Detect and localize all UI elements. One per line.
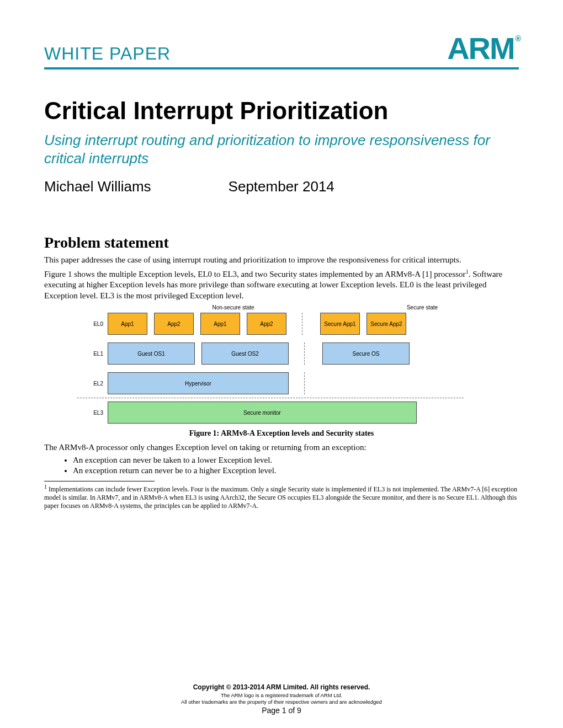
page-title: Critical Interrupt Prioritization (44, 97, 519, 125)
app-box: App1 (108, 313, 147, 335)
text: Figure 1 shows the multiple Exception le… (44, 270, 466, 279)
hypervisor-box: Hypervisor (108, 372, 289, 394)
author: Michael Williams (44, 178, 151, 195)
date: September 2014 (229, 178, 334, 195)
nonsecure-label: Non-secure state (108, 304, 359, 311)
copyright: Copyright © 2013-2014 ARM Limited. All r… (44, 683, 519, 691)
secure-os-box: Secure OS (322, 342, 410, 365)
row-label-el3: EL3 (77, 402, 108, 424)
footnote: 1 Implementations can include fewer Exce… (44, 484, 519, 510)
secure-app-box: Secure App2 (367, 313, 406, 335)
arm-logo: ARM® (447, 33, 519, 64)
trademark-line: All other trademarks are the property of… (44, 699, 519, 705)
row-label-el2: EL2 (77, 372, 108, 394)
app-box: App2 (154, 313, 194, 335)
section-heading: Problem statement (44, 234, 519, 251)
state-labels: Non-secure state Secure state (108, 304, 527, 311)
list-item: An exception can never be taken to a low… (73, 456, 519, 465)
diagram-grid: EL0 App1 App2 App1 App2 Secure App1 Secu… (77, 313, 497, 394)
paragraph: Figure 1 shows the multiple Exception le… (44, 268, 519, 302)
app-box: App2 (247, 313, 286, 335)
el1-row: Guest OS1 Guest OS2 Secure OS (108, 342, 497, 365)
secure-label: Secure state (359, 304, 486, 311)
paragraph: The ARMv8-A processor only changes Excep… (44, 442, 519, 453)
footnote-separator (44, 481, 155, 481)
list-item: An exception return can never be to a hi… (73, 466, 519, 475)
row-label-el0: EL0 (77, 313, 108, 335)
guest-os-box: Guest OS2 (201, 342, 289, 365)
doctype-label: WHITE PAPER (44, 44, 171, 64)
footer: Copyright © 2013-2014 ARM Limited. All r… (44, 683, 519, 715)
nonsecure-group: Hypervisor (108, 372, 305, 394)
paragraph: This paper addresses the case of using i… (44, 255, 519, 266)
secure-group: Secure App1 Secure App2 (320, 313, 406, 335)
figure-1: Non-secure state Secure state EL0 App1 A… (44, 304, 519, 424)
el0-row: App1 App2 App1 App2 Secure App1 Secure A… (108, 313, 497, 335)
horizontal-divider (77, 398, 464, 398)
app-box: App1 (200, 313, 240, 335)
registered-icon: ® (516, 34, 520, 43)
trademark-line: The ARM logo is a registered trademark o… (44, 692, 519, 698)
guest-os-box: Guest OS1 (108, 342, 195, 365)
byline: Michael Williams September 2014 (44, 178, 519, 195)
el2-row: Hypervisor (108, 372, 497, 394)
secure-app-box: Secure App1 (320, 313, 360, 335)
page-number: Page 1 of 9 (44, 706, 519, 715)
header: WHITE PAPER ARM® (44, 33, 519, 69)
subtitle: Using interrupt routing and prioritizati… (44, 131, 519, 167)
nonsecure-group: App1 App2 App1 App2 (108, 313, 302, 335)
secure-monitor-box: Secure monitor (108, 402, 417, 424)
el3-row: Secure monitor (108, 402, 497, 424)
figure-caption: Figure 1: ARMv8-A Exception levels and S… (44, 429, 519, 438)
logo-text: ARM (447, 31, 514, 66)
row-label-el1: EL1 (77, 342, 108, 365)
nonsecure-group: Guest OS1 Guest OS2 (108, 342, 305, 365)
footnote-text: Implementations can include fewer Except… (44, 485, 517, 510)
bullet-list: An exception can never be taken to a low… (44, 456, 519, 475)
page: WHITE PAPER ARM® Critical Interrupt Prio… (0, 0, 563, 728)
diagram-grid-el3: EL3 Secure monitor (77, 402, 497, 424)
